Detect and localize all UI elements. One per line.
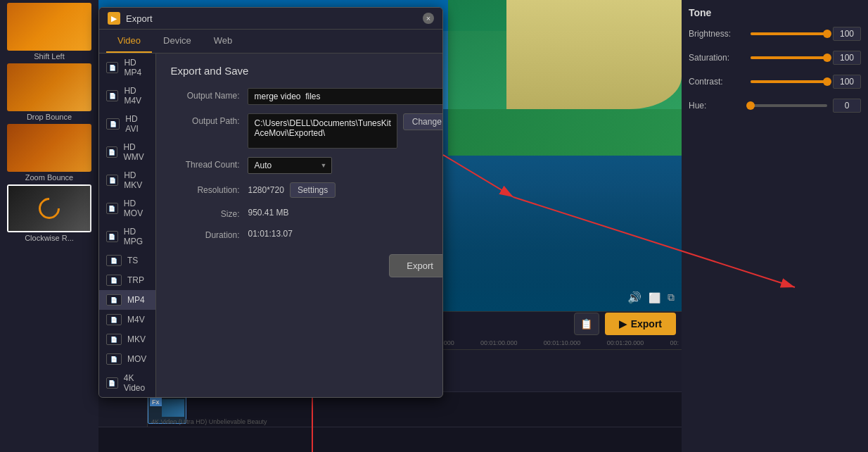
tone-panel-title: Tone: [689, 7, 861, 18]
contrast-thumb[interactable]: [823, 77, 831, 86]
contrast-slider[interactable]: [751, 80, 827, 83]
size-row: Size: 950.41 MB: [170, 206, 443, 219]
format-4k[interactable]: 📄 4K Video: [99, 369, 155, 397]
thumbnail-label-shift-left: Shift Left: [34, 52, 64, 61]
format-hd-mp4[interactable]: 📄 HD MP4: [99, 54, 155, 82]
output-name-label: Output Name:: [170, 88, 248, 101]
format-icon-hd-mpg: 📄: [106, 231, 118, 242]
export-dialog: ▶ Export × Video Device Web 📄 HD MP4 📄: [98, 7, 443, 398]
hue-thumb[interactable]: [746, 101, 755, 110]
thumbnail-shift-left[interactable]: Shift Left: [3, 3, 96, 61]
format-list: 📄 HD MP4 📄 HD M4V 📄 HD AVI 📄 HD WMV 📄: [99, 54, 156, 397]
dialog-titlebar: ▶ Export ×: [99, 8, 442, 30]
dialog-content: 📄 HD MP4 📄 HD M4V 📄 HD AVI 📄 HD WMV 📄: [99, 54, 442, 397]
thumbnail-drop-bounce[interactable]: Drop Bounce: [3, 63, 96, 121]
hue-slider[interactable]: [751, 104, 827, 107]
format-mov[interactable]: 📄 MOV: [99, 349, 155, 369]
format-hd-avi[interactable]: 📄 HD AVI: [99, 110, 155, 138]
format-icon-4k: 📄: [106, 377, 118, 389]
output-path-display: C:\Users\DELL\Documents\TunesKit AceMovi…: [248, 113, 397, 149]
dialog-title: Export: [126, 13, 153, 24]
ruler-mark: 00:01:20.000: [607, 339, 644, 346]
ruler-mark: 00:: [670, 339, 679, 346]
saturation-label: Saturation:: [689, 53, 745, 63]
format-m4v[interactable]: 📄 M4V: [99, 310, 155, 329]
tab-web[interactable]: Web: [203, 30, 244, 53]
settings-button[interactable]: Settings: [290, 182, 336, 198]
duration-label: Duration:: [170, 227, 248, 240]
saturation-slider[interactable]: [751, 56, 827, 59]
thumbnail-img-drop-bounce: [7, 63, 91, 111]
contrast-value[interactable]: 100: [833, 75, 861, 89]
format-icon-hd-mkv: 📄: [106, 175, 118, 186]
brightness-value[interactable]: 100: [833, 27, 861, 41]
tab-video[interactable]: Video: [106, 30, 152, 53]
format-trp[interactable]: 📄 TRP: [99, 270, 155, 290]
contrast-label: Contrast:: [689, 77, 745, 87]
media-controls: 🔊 ⬜ ⧉: [627, 291, 675, 304]
brightness-fill: [751, 32, 827, 35]
thread-count-row: Thread Count: Auto: [170, 157, 443, 174]
saturation-fill: [751, 56, 827, 59]
brightness-row: Brightness: 100: [689, 27, 861, 41]
hue-value[interactable]: 0: [833, 99, 861, 113]
resolution-controls: 1280*720 Settings: [248, 182, 336, 198]
thread-count-select[interactable]: Auto: [248, 157, 332, 174]
format-ts[interactable]: 📄 TS: [99, 251, 155, 270]
format-mkv[interactable]: 📄 MKV: [99, 329, 155, 349]
size-label: Size:: [170, 206, 248, 219]
format-icon-mkv: 📄: [106, 334, 122, 345]
size-value: 950.41 MB: [248, 206, 288, 218]
format-icon-mov: 📄: [106, 353, 122, 365]
format-hd-mpg[interactable]: 📄 HD MPG: [99, 222, 155, 251]
format-hd-mkv[interactable]: 📄 HD MKV: [99, 166, 155, 194]
pip-icon[interactable]: ⧉: [668, 291, 675, 303]
thread-count-label: Thread Count:: [170, 157, 248, 170]
format-icon-ts: 📄: [106, 255, 122, 266]
dialog-form: Export and Save Output Name: Output Path…: [156, 54, 443, 397]
brightness-slider[interactable]: [751, 32, 827, 35]
brightness-thumb[interactable]: [823, 30, 831, 38]
contrast-row: Contrast: 100: [689, 75, 861, 89]
export-main-button[interactable]: ▶ Export: [605, 313, 676, 335]
thumbnail-label-clockwise: Clockwise R...: [25, 234, 74, 242]
fx-badge-2: Fx: [150, 398, 162, 406]
output-name-input[interactable]: [248, 88, 443, 105]
format-mp4[interactable]: 📄 MP4: [99, 290, 155, 310]
format-hd-wmv[interactable]: 📄 HD WMV: [99, 138, 155, 166]
ruler-mark: 00:01:10.000: [544, 339, 581, 346]
format-icon-hd-wmv: 📄: [106, 146, 117, 158]
ruler-mark: 00:01:00.000: [480, 339, 518, 346]
change-path-button[interactable]: Change: [403, 113, 443, 130]
format-hd-mov[interactable]: 📄 HD MOV: [99, 194, 155, 222]
output-path-label: Output Path:: [170, 113, 248, 126]
thumbnail-zoom-bounce[interactable]: Zoom Bounce: [3, 124, 96, 182]
format-hd-m4v[interactable]: 📄 HD M4V: [99, 82, 155, 110]
resolution-value: 1280*720: [248, 185, 283, 195]
saturation-thumb[interactable]: [823, 54, 831, 62]
resolution-row: Resolution: 1280*720 Settings: [170, 182, 443, 198]
export-icon-btn[interactable]: 📋: [574, 313, 599, 335]
saturation-value[interactable]: 100: [833, 51, 861, 65]
dialog-export-button[interactable]: Export: [389, 254, 443, 277]
format-icon-hd-mp4: 📄: [106, 62, 118, 73]
volume-icon[interactable]: 🔊: [627, 291, 642, 304]
thread-count-wrapper: Auto: [248, 157, 332, 174]
brightness-label: Brightness:: [689, 29, 745, 39]
format-icon-m4v: 📄: [106, 314, 122, 325]
tab-device[interactable]: Device: [152, 30, 203, 53]
saturation-row: Saturation: 100: [689, 51, 861, 65]
format-icon-trp: 📄: [106, 275, 122, 286]
export-icon: ▶: [619, 318, 627, 329]
thumbnail-clockwise[interactable]: Clockwise R...: [3, 184, 96, 242]
screen-icon[interactable]: ⬜: [649, 292, 660, 303]
dialog-section-title: Export and Save: [170, 65, 443, 77]
thumbnail-label-drop-bounce: Drop Bounce: [27, 113, 72, 121]
output-path-row: Output Path: C:\Users\DELL\Documents\Tun…: [170, 113, 443, 149]
dialog-tabs: Video Device Web: [99, 30, 442, 54]
left-panel: Shift Left Drop Bounce Zoom Bounce: [0, 0, 98, 452]
thumbnail-img-shift-left: [7, 3, 91, 51]
dialog-close-button[interactable]: ×: [423, 13, 434, 24]
resolution-label: Resolution:: [170, 182, 248, 195]
hue-row: Hue: 0: [689, 99, 861, 113]
